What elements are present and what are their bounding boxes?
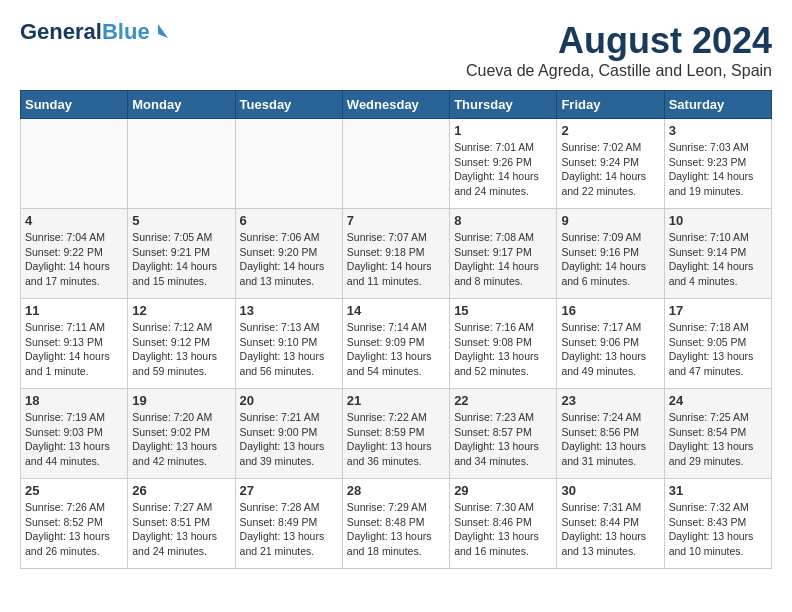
day-number: 24: [669, 393, 767, 408]
calendar-cell: 27Sunrise: 7:28 AM Sunset: 8:49 PM Dayli…: [235, 479, 342, 569]
column-header-thursday: Thursday: [450, 91, 557, 119]
day-info: Sunrise: 7:10 AM Sunset: 9:14 PM Dayligh…: [669, 230, 767, 289]
calendar-cell: [235, 119, 342, 209]
day-info: Sunrise: 7:16 AM Sunset: 9:08 PM Dayligh…: [454, 320, 552, 379]
calendar-week-2: 4Sunrise: 7:04 AM Sunset: 9:22 PM Daylig…: [21, 209, 772, 299]
day-info: Sunrise: 7:04 AM Sunset: 9:22 PM Dayligh…: [25, 230, 123, 289]
day-info: Sunrise: 7:11 AM Sunset: 9:13 PM Dayligh…: [25, 320, 123, 379]
day-info: Sunrise: 7:18 AM Sunset: 9:05 PM Dayligh…: [669, 320, 767, 379]
day-info: Sunrise: 7:21 AM Sunset: 9:00 PM Dayligh…: [240, 410, 338, 469]
day-number: 21: [347, 393, 445, 408]
day-info: Sunrise: 7:23 AM Sunset: 8:57 PM Dayligh…: [454, 410, 552, 469]
day-info: Sunrise: 7:20 AM Sunset: 9:02 PM Dayligh…: [132, 410, 230, 469]
calendar-cell: 28Sunrise: 7:29 AM Sunset: 8:48 PM Dayli…: [342, 479, 449, 569]
calendar-cell: [342, 119, 449, 209]
day-number: 12: [132, 303, 230, 318]
day-info: Sunrise: 7:24 AM Sunset: 8:56 PM Dayligh…: [561, 410, 659, 469]
day-info: Sunrise: 7:08 AM Sunset: 9:17 PM Dayligh…: [454, 230, 552, 289]
day-info: Sunrise: 7:22 AM Sunset: 8:59 PM Dayligh…: [347, 410, 445, 469]
column-header-friday: Friday: [557, 91, 664, 119]
logo: GeneralBlue: [20, 20, 168, 44]
day-number: 25: [25, 483, 123, 498]
day-info: Sunrise: 7:06 AM Sunset: 9:20 PM Dayligh…: [240, 230, 338, 289]
day-info: Sunrise: 7:17 AM Sunset: 9:06 PM Dayligh…: [561, 320, 659, 379]
day-info: Sunrise: 7:32 AM Sunset: 8:43 PM Dayligh…: [669, 500, 767, 559]
calendar-cell: 15Sunrise: 7:16 AM Sunset: 9:08 PM Dayli…: [450, 299, 557, 389]
calendar-cell: 20Sunrise: 7:21 AM Sunset: 9:00 PM Dayli…: [235, 389, 342, 479]
calendar-cell: 6Sunrise: 7:06 AM Sunset: 9:20 PM Daylig…: [235, 209, 342, 299]
day-info: Sunrise: 7:05 AM Sunset: 9:21 PM Dayligh…: [132, 230, 230, 289]
day-number: 16: [561, 303, 659, 318]
day-number: 4: [25, 213, 123, 228]
svg-marker-0: [158, 24, 168, 38]
calendar-cell: 30Sunrise: 7:31 AM Sunset: 8:44 PM Dayli…: [557, 479, 664, 569]
day-number: 3: [669, 123, 767, 138]
calendar-cell: 10Sunrise: 7:10 AM Sunset: 9:14 PM Dayli…: [664, 209, 771, 299]
day-info: Sunrise: 7:14 AM Sunset: 9:09 PM Dayligh…: [347, 320, 445, 379]
day-number: 11: [25, 303, 123, 318]
day-number: 31: [669, 483, 767, 498]
calendar-cell: 17Sunrise: 7:18 AM Sunset: 9:05 PM Dayli…: [664, 299, 771, 389]
calendar-cell: 11Sunrise: 7:11 AM Sunset: 9:13 PM Dayli…: [21, 299, 128, 389]
day-info: Sunrise: 7:03 AM Sunset: 9:23 PM Dayligh…: [669, 140, 767, 199]
calendar-cell: 16Sunrise: 7:17 AM Sunset: 9:06 PM Dayli…: [557, 299, 664, 389]
column-header-monday: Monday: [128, 91, 235, 119]
day-number: 13: [240, 303, 338, 318]
calendar-cell: 8Sunrise: 7:08 AM Sunset: 9:17 PM Daylig…: [450, 209, 557, 299]
calendar-cell: [128, 119, 235, 209]
column-header-tuesday: Tuesday: [235, 91, 342, 119]
day-number: 2: [561, 123, 659, 138]
calendar-cell: 9Sunrise: 7:09 AM Sunset: 9:16 PM Daylig…: [557, 209, 664, 299]
column-header-wednesday: Wednesday: [342, 91, 449, 119]
location-title: Cueva de Agreda, Castille and Leon, Spai…: [466, 62, 772, 80]
day-number: 22: [454, 393, 552, 408]
day-number: 29: [454, 483, 552, 498]
day-info: Sunrise: 7:02 AM Sunset: 9:24 PM Dayligh…: [561, 140, 659, 199]
calendar-week-1: 1Sunrise: 7:01 AM Sunset: 9:26 PM Daylig…: [21, 119, 772, 209]
day-number: 17: [669, 303, 767, 318]
calendar-week-5: 25Sunrise: 7:26 AM Sunset: 8:52 PM Dayli…: [21, 479, 772, 569]
calendar-cell: 5Sunrise: 7:05 AM Sunset: 9:21 PM Daylig…: [128, 209, 235, 299]
day-info: Sunrise: 7:19 AM Sunset: 9:03 PM Dayligh…: [25, 410, 123, 469]
day-number: 7: [347, 213, 445, 228]
month-title: August 2024: [466, 20, 772, 62]
day-number: 10: [669, 213, 767, 228]
day-number: 27: [240, 483, 338, 498]
calendar-cell: 4Sunrise: 7:04 AM Sunset: 9:22 PM Daylig…: [21, 209, 128, 299]
logo-bird-icon: [148, 22, 168, 42]
calendar-cell: 31Sunrise: 7:32 AM Sunset: 8:43 PM Dayli…: [664, 479, 771, 569]
day-number: 1: [454, 123, 552, 138]
day-info: Sunrise: 7:09 AM Sunset: 9:16 PM Dayligh…: [561, 230, 659, 289]
calendar-cell: 24Sunrise: 7:25 AM Sunset: 8:54 PM Dayli…: [664, 389, 771, 479]
column-header-sunday: Sunday: [21, 91, 128, 119]
calendar-cell: 25Sunrise: 7:26 AM Sunset: 8:52 PM Dayli…: [21, 479, 128, 569]
calendar-cell: 13Sunrise: 7:13 AM Sunset: 9:10 PM Dayli…: [235, 299, 342, 389]
day-info: Sunrise: 7:12 AM Sunset: 9:12 PM Dayligh…: [132, 320, 230, 379]
page-header: GeneralBlue August 2024 Cueva de Agreda,…: [20, 20, 772, 80]
day-info: Sunrise: 7:29 AM Sunset: 8:48 PM Dayligh…: [347, 500, 445, 559]
day-number: 26: [132, 483, 230, 498]
day-number: 14: [347, 303, 445, 318]
day-info: Sunrise: 7:27 AM Sunset: 8:51 PM Dayligh…: [132, 500, 230, 559]
calendar-cell: 19Sunrise: 7:20 AM Sunset: 9:02 PM Dayli…: [128, 389, 235, 479]
calendar-cell: 29Sunrise: 7:30 AM Sunset: 8:46 PM Dayli…: [450, 479, 557, 569]
day-number: 23: [561, 393, 659, 408]
title-section: August 2024 Cueva de Agreda, Castille an…: [466, 20, 772, 80]
column-header-saturday: Saturday: [664, 91, 771, 119]
day-number: 6: [240, 213, 338, 228]
day-info: Sunrise: 7:25 AM Sunset: 8:54 PM Dayligh…: [669, 410, 767, 469]
calendar-cell: 26Sunrise: 7:27 AM Sunset: 8:51 PM Dayli…: [128, 479, 235, 569]
calendar-table: SundayMondayTuesdayWednesdayThursdayFrid…: [20, 90, 772, 569]
day-info: Sunrise: 7:13 AM Sunset: 9:10 PM Dayligh…: [240, 320, 338, 379]
day-info: Sunrise: 7:07 AM Sunset: 9:18 PM Dayligh…: [347, 230, 445, 289]
day-info: Sunrise: 7:28 AM Sunset: 8:49 PM Dayligh…: [240, 500, 338, 559]
calendar-cell: 21Sunrise: 7:22 AM Sunset: 8:59 PM Dayli…: [342, 389, 449, 479]
calendar-header-row: SundayMondayTuesdayWednesdayThursdayFrid…: [21, 91, 772, 119]
calendar-week-3: 11Sunrise: 7:11 AM Sunset: 9:13 PM Dayli…: [21, 299, 772, 389]
day-number: 9: [561, 213, 659, 228]
day-number: 20: [240, 393, 338, 408]
day-number: 28: [347, 483, 445, 498]
calendar-cell: 23Sunrise: 7:24 AM Sunset: 8:56 PM Dayli…: [557, 389, 664, 479]
calendar-cell: 1Sunrise: 7:01 AM Sunset: 9:26 PM Daylig…: [450, 119, 557, 209]
logo-text: GeneralBlue: [20, 20, 150, 44]
